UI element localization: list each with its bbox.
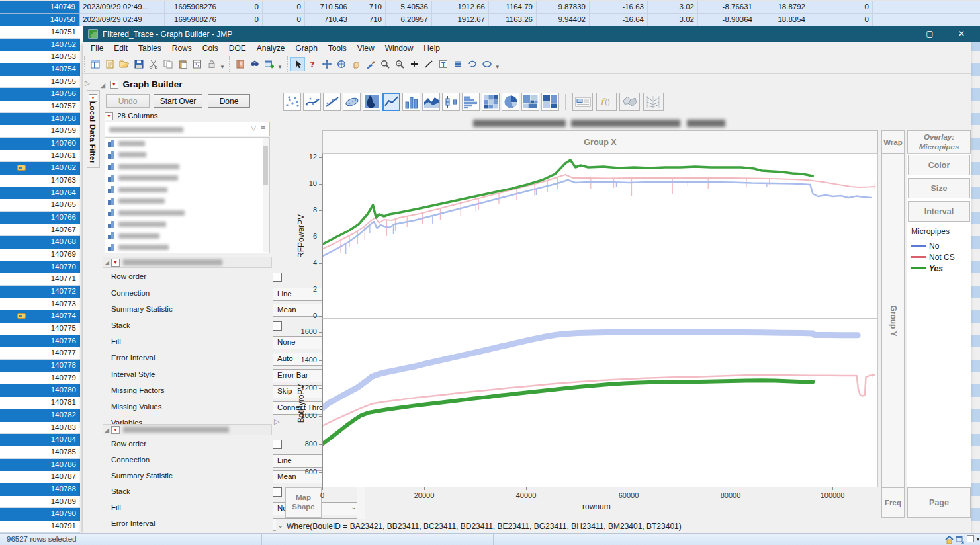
row-number[interactable]: 140774 <box>0 310 80 323</box>
done-button[interactable]: Done <box>208 94 250 108</box>
menu-graph[interactable]: Graph <box>290 42 322 54</box>
menu-rows[interactable]: Rows <box>167 42 197 54</box>
dropdown-caret-icon[interactable]: ▼ <box>975 536 980 542</box>
undo-button[interactable]: Undo <box>106 94 150 108</box>
table-cell[interactable]: -8.76631 <box>698 1 756 14</box>
property-checkbox-row-order[interactable] <box>273 272 282 282</box>
minimize-button[interactable]: – <box>883 26 913 42</box>
row-number[interactable]: 140773 <box>0 298 80 311</box>
row-number[interactable]: 140775 <box>0 323 80 335</box>
toolbar-overflow-icon[interactable]: ▼ <box>277 64 283 70</box>
new-window-icon[interactable] <box>262 57 277 71</box>
collapse-triangle-icon[interactable]: ◢ <box>101 82 105 89</box>
size-zone[interactable]: Size <box>908 178 970 198</box>
row-number[interactable]: 140770 <box>0 261 80 274</box>
table-cell[interactable]: -16.63 <box>590 1 648 14</box>
table-cell[interactable]: 1695908276 <box>165 1 220 14</box>
row-number[interactable]: 140755 <box>0 76 80 89</box>
table-cell[interactable]: 710 <box>351 1 386 14</box>
table-cell[interactable]: -16.64 <box>590 14 648 26</box>
row-number[interactable]: 140789 <box>0 496 80 509</box>
table-cell[interactable]: 1163.26 <box>489 14 537 26</box>
row-number[interactable]: 140778 <box>0 360 80 372</box>
lasso-icon[interactable] <box>465 57 480 71</box>
menu-cols[interactable]: Cols <box>197 42 224 54</box>
graph-type-caption-box-icon[interactable] <box>572 93 593 111</box>
move-icon[interactable] <box>320 57 334 71</box>
new-data-table-icon[interactable] <box>88 57 103 71</box>
table-cell[interactable]: 6.20957 <box>386 14 432 26</box>
home-icon[interactable] <box>945 535 954 545</box>
row-number[interactable]: 140784 <box>0 434 80 446</box>
row-number[interactable]: 140766 <box>0 212 80 224</box>
journal-icon[interactable] <box>233 57 247 71</box>
copy-icon[interactable] <box>161 57 175 71</box>
legend-entry[interactable]: Yes <box>911 263 969 274</box>
table-cell[interactable]: 2023/09/29 02:49... <box>80 1 165 14</box>
cut-icon[interactable] <box>146 57 161 71</box>
scrollbar-thumb[interactable] <box>263 146 268 185</box>
table-cell[interactable]: 3.02 <box>648 14 698 26</box>
row-number[interactable]: 140790 <box>0 508 80 521</box>
column-list-item[interactable] <box>105 173 269 185</box>
menu-view[interactable]: View <box>352 42 380 54</box>
table-cell[interactable]: 1695908276 <box>165 14 220 26</box>
crosshair-icon[interactable] <box>334 57 349 71</box>
table-cell[interactable]: 1912.67 <box>432 14 489 26</box>
close-button[interactable]: ✕ <box>946 26 977 42</box>
wrap-zone[interactable]: Wrap <box>881 130 905 153</box>
legend-entry[interactable]: Not CS <box>911 251 969 263</box>
filter-funnel-icon[interactable]: ▽ <box>251 124 256 132</box>
table-cell[interactable]: 2023/09/29 02:49 <box>80 14 165 26</box>
color-zone[interactable]: Color <box>908 155 970 175</box>
help-icon[interactable]: ? <box>305 57 320 71</box>
menu-file[interactable]: File <box>85 42 109 54</box>
row-number[interactable]: 140758 <box>0 113 80 126</box>
element-panel-header[interactable]: ◢▼ <box>103 424 272 435</box>
lines-tool-icon[interactable] <box>451 57 465 71</box>
table-cell[interactable]: 5.40536 <box>386 1 432 14</box>
row-number[interactable]: 140782 <box>0 409 80 422</box>
row-number[interactable]: 140780 <box>0 384 80 397</box>
row-number[interactable]: 140783 <box>0 422 80 435</box>
row-number[interactable]: 140769 <box>0 249 80 261</box>
graph-type-histogram-icon[interactable] <box>462 93 480 111</box>
table-cell[interactable]: 9.94402 <box>537 14 590 26</box>
red-triangle-icon[interactable]: ▼ <box>105 112 113 120</box>
row-number[interactable]: 140754 <box>0 63 80 76</box>
row-number[interactable]: 140786 <box>0 459 80 472</box>
zoom-out-icon[interactable] <box>392 57 407 71</box>
column-list-item[interactable] <box>105 230 269 242</box>
annotate-line-icon[interactable] <box>422 57 436 71</box>
row-number[interactable]: 140767 <box>0 224 80 237</box>
table-cell[interactable]: 710.506 <box>305 1 351 14</box>
graph-type-parallel-icon[interactable] <box>643 93 664 111</box>
row-number[interactable]: 140776 <box>0 335 80 348</box>
table-cell[interactable]: 1164.79 <box>489 1 537 14</box>
red-triangle-icon[interactable]: ▼ <box>89 94 97 102</box>
columns-list[interactable] <box>105 137 270 253</box>
menu-help[interactable]: Help <box>418 42 445 54</box>
grabber-icon[interactable] <box>349 57 363 71</box>
menu-tools[interactable]: Tools <box>323 42 352 54</box>
table-cell[interactable]: 18.8354 <box>756 14 809 26</box>
save-icon[interactable] <box>132 57 146 71</box>
graph-type-box-plot-icon[interactable] <box>442 93 460 111</box>
selection-checkbox[interactable] <box>967 535 974 542</box>
table-cell[interactable]: 710 <box>351 14 386 26</box>
graph-type-mosaic-icon[interactable] <box>541 93 559 111</box>
legend-entry[interactable]: No <box>911 240 969 251</box>
graph-type-ellipse-icon[interactable] <box>343 93 361 111</box>
toolbar-overflow-icon[interactable]: ▼ <box>220 64 225 70</box>
table-cell[interactable]: 0 <box>263 14 305 26</box>
title-bar[interactable]: Filtered_Trace - Graph Builder - JMP <box>83 26 980 42</box>
menu-analyze[interactable]: Analyze <box>251 42 290 54</box>
element-panel-header[interactable]: ◢▼ <box>103 257 272 268</box>
graph-type-line-icon[interactable] <box>382 93 400 111</box>
row-number[interactable]: 140788 <box>0 483 80 496</box>
row-number[interactable]: 140781 <box>0 397 80 409</box>
row-number[interactable]: 140768 <box>0 236 80 249</box>
text-tool-icon[interactable]: T <box>436 57 451 71</box>
column-list-item[interactable] <box>105 149 269 161</box>
row-number[interactable]: 140762 <box>0 162 80 175</box>
